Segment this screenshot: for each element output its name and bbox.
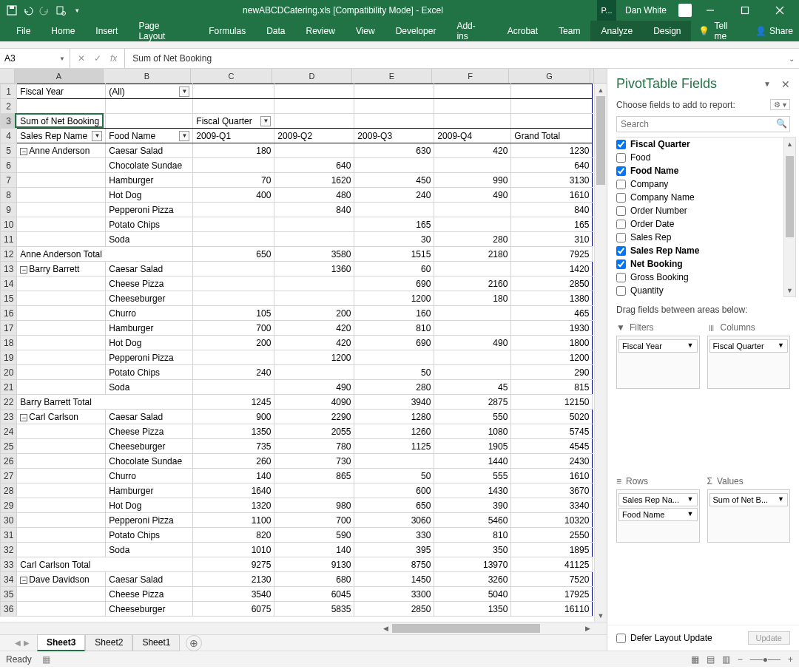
row-header[interactable]: 19 [1, 350, 17, 365]
horizontal-scrollbar[interactable]: ◀ ▶ [380, 622, 594, 634]
undo-icon[interactable] [22, 4, 34, 16]
cell[interactable]: 4090 [274, 395, 354, 410]
cell[interactable]: 2009-Q3 [354, 129, 434, 143]
row-header[interactable]: 17 [1, 321, 17, 336]
cell[interactable] [274, 365, 354, 380]
row-header[interactable]: 3 [1, 114, 17, 129]
cell[interactable]: 980 [274, 498, 354, 513]
row-header[interactable]: 24 [1, 424, 17, 439]
cell[interactable] [106, 114, 193, 129]
cell[interactable]: Hamburger [106, 483, 193, 498]
row-header[interactable]: 1 [1, 84, 17, 99]
zoom-out-icon[interactable]: − [738, 654, 743, 665]
cell[interactable]: 2009-Q4 [434, 129, 511, 143]
scroll-up-icon[interactable]: ▲ [595, 84, 607, 96]
cell[interactable]: 5835 [274, 602, 354, 617]
cell[interactable]: 240 [354, 188, 434, 203]
scroll-down-icon[interactable]: ▼ [595, 609, 607, 622]
row-header[interactable]: 18 [1, 336, 17, 350]
avatar[interactable] [678, 4, 692, 17]
field-item[interactable]: Company Name [616, 191, 783, 204]
cell[interactable] [17, 173, 106, 188]
filter-dropdown-icon[interactable]: ▼ [179, 86, 189, 97]
cell[interactable]: Cheeseburger [106, 439, 193, 454]
cell[interactable] [434, 365, 511, 380]
filter-dropdown-icon[interactable]: ▼ [92, 131, 102, 141]
cell[interactable]: 8750 [354, 557, 434, 572]
cell[interactable]: 5040 [434, 587, 511, 602]
cell[interactable]: 1610 [511, 469, 593, 483]
cell[interactable]: 700 [193, 321, 274, 336]
field-item[interactable]: Company [616, 177, 783, 191]
close-pane-icon[interactable]: ✕ [781, 78, 790, 90]
cell[interactable] [434, 217, 511, 232]
cell[interactable]: 200 [274, 306, 354, 321]
defer-layout-checkbox[interactable]: Defer Layout Update [616, 633, 712, 643]
cell[interactable]: 1350 [193, 424, 274, 439]
vertical-scrollbar[interactable]: ▲ ▼ [594, 84, 607, 622]
cell[interactable]: 1350 [434, 602, 511, 617]
cell[interactable]: 1200 [511, 350, 593, 365]
cell[interactable]: 165 [354, 217, 434, 232]
cell[interactable] [434, 321, 511, 336]
row-header[interactable]: 4 [1, 129, 17, 143]
sheet-tab-sheet3[interactable]: Sheet3 [37, 634, 85, 651]
close-button[interactable] [763, 0, 796, 21]
cell[interactable]: 400 [193, 188, 274, 203]
cell[interactable]: 690 [354, 276, 434, 291]
cell[interactable] [511, 84, 593, 99]
cell[interactable]: 3060 [354, 513, 434, 528]
filter-dropdown-icon[interactable]: ▼ [260, 116, 271, 126]
cell[interactable] [17, 439, 106, 454]
cell[interactable] [17, 158, 106, 173]
cell[interactable]: 12150 [511, 395, 593, 410]
column-header-b[interactable]: B [104, 69, 191, 83]
cell[interactable]: Caesar Salad [106, 572, 193, 587]
scroll-right-icon[interactable]: ▶ [581, 622, 594, 634]
cell[interactable]: 3300 [354, 587, 434, 602]
formula-bar[interactable]: Sum of Net Booking [125, 49, 784, 68]
cell[interactable]: 2850 [511, 276, 593, 291]
view-page-layout-icon[interactable]: ▤ [707, 654, 715, 665]
row-header[interactable]: 12 [1, 247, 17, 262]
cell[interactable]: Soda [106, 543, 193, 557]
field-item[interactable]: Sales Rep [616, 231, 783, 244]
row-header[interactable]: 27 [1, 469, 17, 483]
column-header-e[interactable]: E [352, 69, 432, 83]
cell[interactable]: 1640 [193, 483, 274, 498]
add-sheet-button[interactable]: ⊕ [186, 635, 202, 651]
cell[interactable]: 420 [434, 143, 511, 158]
cell[interactable]: 2875 [434, 395, 511, 410]
cell[interactable] [354, 99, 434, 114]
pending-tab[interactable]: P... [597, 0, 616, 21]
cell[interactable]: 640 [511, 158, 593, 173]
row-header[interactable]: 16 [1, 306, 17, 321]
cell[interactable]: Pepperoni Pizza [106, 513, 193, 528]
cell[interactable]: 1360 [274, 262, 354, 276]
name-box[interactable]: A3 ▼ [0, 49, 70, 68]
cell[interactable] [193, 84, 274, 99]
cell[interactable] [354, 350, 434, 365]
cell[interactable] [17, 513, 106, 528]
cell[interactable] [354, 454, 434, 469]
cell[interactable]: Fiscal Year [17, 84, 106, 99]
cell[interactable]: 1430 [434, 483, 511, 498]
cell[interactable]: 60 [354, 262, 434, 276]
cell[interactable] [17, 99, 106, 114]
cell[interactable]: 200 [193, 336, 274, 350]
cell[interactable]: 2430 [511, 454, 593, 469]
field-item[interactable]: Fiscal Quarter [616, 138, 783, 151]
cell[interactable]: 6075 [193, 602, 274, 617]
minimize-button[interactable] [693, 0, 726, 21]
rows-well[interactable]: Sales Rep Na...▼Food Name▼ [616, 489, 700, 543]
cell[interactable] [274, 291, 354, 306]
row-header[interactable]: 34 [1, 572, 17, 587]
cell[interactable]: 690 [354, 336, 434, 350]
cell[interactable]: 1230 [511, 143, 593, 158]
cell[interactable]: 310 [511, 232, 593, 247]
field-chip[interactable]: Fiscal Quarter▼ [709, 339, 789, 353]
cell[interactable] [17, 380, 106, 395]
cell[interactable] [193, 203, 274, 217]
cell[interactable]: 390 [434, 498, 511, 513]
cell[interactable]: Cheese Pizza [106, 276, 193, 291]
